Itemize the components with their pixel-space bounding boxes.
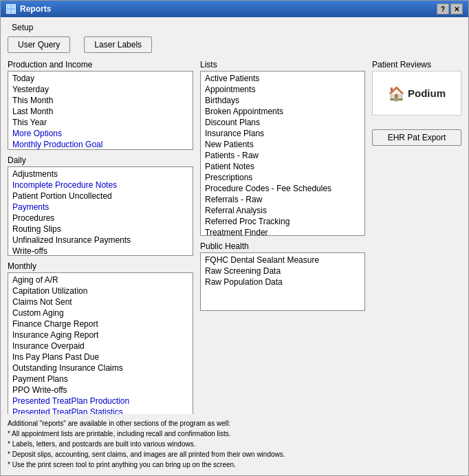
list-item[interactable]: Referral Analysis — [201, 205, 364, 216]
setup-menu[interactable]: Setup — [8, 21, 37, 34]
list-item[interactable]: Last Month — [8, 106, 193, 117]
list-item[interactable]: Presented TreatPlan Production — [8, 396, 193, 407]
list-item[interactable]: Patients - Raw — [201, 150, 364, 161]
patient-reviews-label: Patient Reviews — [372, 60, 461, 69]
svg-rect-0 — [8, 6, 10, 8]
list-item[interactable]: Write-offs — [8, 246, 193, 256]
reports-window: Reports ? ✕ Setup User Query Laser Label… — [0, 0, 469, 476]
list-item[interactable]: Active Patients — [201, 73, 364, 84]
list-item[interactable]: Yesterday — [8, 84, 193, 95]
list-item[interactable]: Payments — [8, 202, 193, 213]
title-bar-left: Reports — [6, 4, 51, 14]
list-item[interactable]: Patient Notes — [201, 161, 364, 172]
title-bar: Reports ? ✕ — [1, 1, 468, 17]
right-column: Lists Active Patients Appointments Birth… — [200, 60, 365, 414]
monthly-section: Monthly Aging of A/R Capitation Utilizat… — [8, 261, 193, 414]
list-item[interactable]: Ins Pay Plans Past Due — [8, 351, 193, 363]
list-item[interactable]: More Options — [8, 128, 193, 139]
list-item[interactable]: Appointments — [201, 84, 364, 95]
list-item[interactable]: Discount Plans — [201, 117, 364, 128]
close-button[interactable]: ✕ — [450, 3, 463, 14]
list-item[interactable]: Adjustments — [8, 169, 193, 180]
daily-list[interactable]: Adjustments Incomplete Procedure Notes P… — [8, 166, 193, 256]
production-income-list[interactable]: Today Yesterday This Month Last Month Th… — [8, 71, 193, 150]
list-item[interactable]: Payment Plans — [8, 374, 193, 385]
svg-rect-2 — [8, 10, 10, 12]
daily-label: Daily — [8, 155, 193, 165]
title-bar-controls: ? ✕ — [437, 3, 463, 14]
list-item[interactable]: Presented TreatPlan Statistics — [8, 407, 193, 414]
help-button[interactable]: ? — [437, 3, 449, 14]
footer: Additional "reports" are available in ot… — [8, 418, 461, 470]
podium-text: Podium — [408, 87, 446, 99]
list-item[interactable]: Outstanding Insurance Claims — [8, 363, 193, 374]
list-item[interactable]: Raw Screening Data — [201, 266, 364, 277]
svg-rect-1 — [12, 6, 14, 8]
public-health-list[interactable]: FQHC Dental Sealant Measure Raw Screenin… — [200, 252, 365, 311]
list-item[interactable]: Raw Population Data — [201, 277, 364, 288]
list-item[interactable]: PPO Write-offs — [8, 385, 193, 396]
lists-list[interactable]: Active Patients Appointments Birthdays B… — [200, 71, 365, 236]
list-item[interactable]: Procedure Codes - Fee Schedules — [201, 183, 364, 194]
list-item[interactable]: Referred Proc Tracking — [201, 216, 364, 227]
list-item[interactable]: New Patients — [201, 139, 364, 150]
list-item[interactable]: FQHC Dental Sealant Measure — [201, 255, 364, 266]
podium-box: 🏠 Podium — [372, 71, 461, 116]
list-item[interactable]: Routing Slips — [8, 224, 193, 235]
footer-line-2: * Labels, letters, and postcards are bui… — [8, 439, 461, 449]
footer-line-1: * All appointment lists are printable, i… — [8, 429, 461, 439]
list-item[interactable]: Custom Aging — [8, 307, 193, 318]
daily-section: Daily Adjustments Incomplete Procedure N… — [8, 155, 193, 256]
ehr-section: EHR Pat Export — [372, 129, 461, 146]
window-title: Reports — [20, 4, 51, 14]
list-item[interactable]: Insurance Aging Report — [8, 329, 193, 340]
monthly-label: Monthly — [8, 261, 193, 271]
footer-line-4: * Use the print screen tool to print any… — [8, 459, 461, 470]
list-item[interactable]: This Month — [8, 95, 193, 106]
lists-label: Lists — [200, 60, 365, 69]
monthly-list[interactable]: Aging of A/R Capitation Utilization Clai… — [8, 272, 193, 414]
list-item[interactable]: Patient Portion Uncollected — [8, 191, 193, 202]
list-item[interactable]: Monthly Production Goal — [8, 139, 193, 150]
list-item[interactable]: Unfinalized Insurance Payments — [8, 235, 193, 246]
lists-section: Lists Active Patients Appointments Birth… — [200, 60, 365, 236]
menu-bar: Setup — [8, 21, 461, 35]
main-sections: Production and Income Today Yesterday Th… — [8, 60, 461, 414]
list-item[interactable]: Treatment Finder — [201, 227, 364, 236]
production-income-label: Production and Income — [8, 60, 193, 69]
top-buttons: User Query Laser Labels — [8, 36, 461, 53]
list-item[interactable]: This Year — [8, 117, 193, 128]
list-item[interactable]: Referrals - Raw — [201, 194, 364, 205]
public-health-label: Public Health — [200, 241, 365, 251]
list-item[interactable]: Birthdays — [201, 95, 364, 106]
list-item[interactable]: Incomplete Procedure Notes — [8, 180, 193, 191]
user-query-button[interactable]: User Query — [8, 36, 70, 53]
footer-line-3: * Deposit slips, accounting, sent claims… — [8, 449, 461, 459]
podium-logo: 🏠 Podium — [388, 85, 446, 102]
window-icon — [6, 4, 16, 14]
production-income-section: Production and Income Today Yesterday Th… — [8, 60, 193, 150]
ehr-pat-export-button[interactable]: EHR Pat Export — [372, 129, 461, 146]
window-content: Setup User Query Laser Labels Production… — [1, 17, 468, 475]
left-column: Production and Income Today Yesterday Th… — [8, 60, 193, 414]
footer-line-0: Additional "reports" are available in ot… — [8, 418, 461, 429]
list-item[interactable]: Procedures — [8, 213, 193, 224]
podium-icon: 🏠 — [388, 85, 405, 102]
public-health-section: Public Health FQHC Dental Sealant Measur… — [200, 241, 365, 311]
laser-labels-button[interactable]: Laser Labels — [84, 36, 152, 53]
list-item[interactable]: Finance Charge Report — [8, 318, 193, 329]
far-right-column: Patient Reviews 🏠 Podium EHR Pat Export — [372, 60, 461, 414]
svg-rect-3 — [12, 10, 14, 12]
list-item[interactable]: Capitation Utilization — [8, 285, 193, 296]
list-item[interactable]: Prescriptions — [201, 172, 364, 183]
list-item[interactable]: Aging of A/R — [8, 274, 193, 285]
list-item[interactable]: Claims Not Sent — [8, 296, 193, 307]
list-item[interactable]: Insurance Plans — [201, 128, 364, 139]
patient-reviews-section: Patient Reviews 🏠 Podium — [372, 60, 461, 116]
list-item[interactable]: Insurance Overpaid — [8, 340, 193, 351]
list-item[interactable]: Today — [8, 73, 193, 84]
list-item[interactable]: Broken Appointments — [201, 106, 364, 117]
